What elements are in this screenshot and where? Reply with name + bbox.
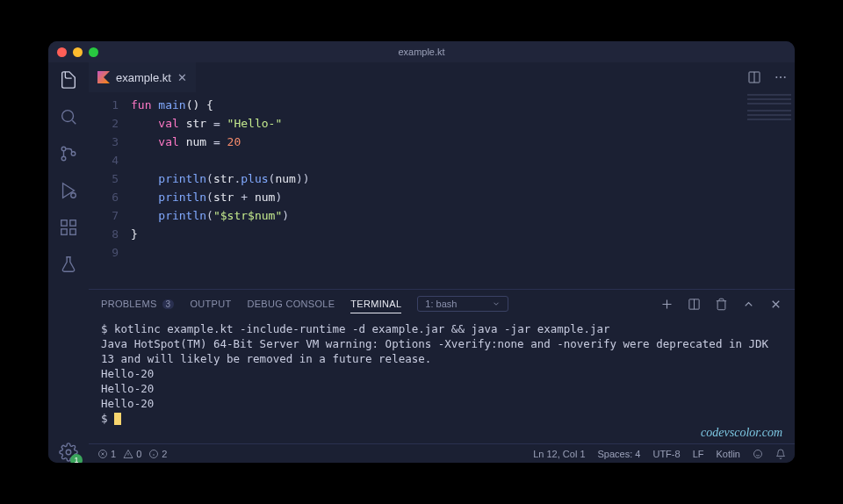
status-warnings[interactable]: 0 bbox=[123, 449, 141, 459]
svg-point-1 bbox=[61, 147, 66, 151]
status-encoding[interactable]: UTF-8 bbox=[652, 449, 680, 459]
panel-actions bbox=[660, 298, 782, 311]
terminal-selector[interactable]: 1: bash bbox=[417, 296, 508, 312]
code-line[interactable] bbox=[131, 243, 795, 262]
code-line[interactable]: } bbox=[131, 225, 795, 243]
tab-output[interactable]: OUTPUT bbox=[190, 299, 231, 309]
kotlin-file-icon bbox=[97, 71, 110, 83]
line-number-gutter: 123456789 bbox=[89, 96, 131, 289]
svg-point-17 bbox=[754, 450, 762, 457]
line-number: 5 bbox=[89, 169, 119, 188]
svg-rect-8 bbox=[70, 229, 76, 234]
line-number: 3 bbox=[89, 133, 119, 151]
svg-rect-7 bbox=[61, 229, 67, 234]
tabs-actions bbox=[747, 70, 788, 84]
status-eol[interactable]: LF bbox=[693, 449, 704, 459]
main-area: example.kt ✕ 123456789 fun main() { val … bbox=[89, 62, 795, 463]
status-info[interactable]: 2 bbox=[148, 449, 167, 459]
code-editor[interactable]: 123456789 fun main() { val str = "Hello-… bbox=[89, 92, 795, 289]
svg-point-3 bbox=[71, 152, 76, 156]
svg-rect-5 bbox=[61, 220, 67, 226]
minimize-window-button[interactable] bbox=[73, 47, 83, 57]
close-window-button[interactable] bbox=[57, 47, 67, 57]
line-number: 7 bbox=[89, 206, 119, 225]
tab-terminal[interactable]: TERMINAL bbox=[350, 299, 401, 313]
svg-point-2 bbox=[61, 156, 66, 161]
line-number: 6 bbox=[89, 188, 119, 206]
activity-bar: 1 bbox=[48, 62, 89, 463]
status-bar: 1 0 2 Ln 12, Col 1 Spaces: 4 UTF-8 LF Ko… bbox=[89, 443, 795, 463]
code-line[interactable]: println(str.plus(num)) bbox=[131, 169, 795, 188]
problems-count: 3 bbox=[162, 299, 175, 309]
code-content[interactable]: fun main() { val str = "Hello-" val num … bbox=[131, 96, 795, 289]
status-language[interactable]: Kotlin bbox=[716, 449, 740, 459]
code-line[interactable]: fun main() { bbox=[131, 96, 795, 114]
run-debug-icon[interactable] bbox=[58, 180, 79, 201]
line-number: 4 bbox=[89, 151, 119, 169]
status-cursor-pos[interactable]: Ln 12, Col 1 bbox=[533, 449, 585, 459]
line-number: 8 bbox=[89, 225, 119, 243]
code-line[interactable]: val str = "Hello-" bbox=[131, 114, 795, 133]
new-terminal-icon[interactable] bbox=[660, 298, 674, 311]
window-body: 1 example.kt ✕ 123456789 fun main() { va… bbox=[48, 62, 795, 463]
tab-problems[interactable]: PROBLEMS 3 bbox=[101, 299, 174, 309]
traffic-lights bbox=[57, 47, 98, 57]
svg-point-9 bbox=[66, 450, 71, 455]
panel-tabs: PROBLEMS 3 OUTPUT DEBUG CONSOLE TERMINAL… bbox=[89, 290, 795, 318]
source-control-icon[interactable] bbox=[58, 143, 79, 164]
svg-point-13 bbox=[784, 76, 786, 78]
search-icon[interactable] bbox=[58, 106, 79, 127]
explorer-icon[interactable] bbox=[58, 69, 79, 90]
code-line[interactable] bbox=[131, 151, 795, 169]
file-tab[interactable]: example.kt ✕ bbox=[89, 62, 196, 92]
notifications-icon[interactable] bbox=[775, 449, 786, 459]
svg-point-0 bbox=[62, 111, 74, 122]
feedback-icon[interactable] bbox=[753, 449, 763, 459]
svg-point-11 bbox=[775, 76, 777, 78]
testing-icon[interactable] bbox=[58, 254, 79, 275]
maximize-window-button[interactable] bbox=[89, 47, 98, 57]
svg-rect-6 bbox=[70, 220, 76, 226]
svg-point-4 bbox=[71, 193, 76, 198]
close-tab-icon[interactable]: ✕ bbox=[177, 71, 187, 84]
split-editor-icon[interactable] bbox=[747, 70, 761, 84]
code-line[interactable]: println("$str$num") bbox=[131, 206, 795, 225]
svg-point-12 bbox=[780, 76, 782, 78]
status-errors[interactable]: 1 bbox=[97, 449, 116, 459]
settings-badge: 1 bbox=[70, 454, 83, 463]
watermark: codevscolor.com bbox=[701, 425, 782, 440]
editor-tabs: example.kt ✕ bbox=[89, 62, 795, 92]
terminal-content[interactable]: $ kotlinc example.kt -include-runtime -d… bbox=[89, 318, 795, 443]
settings-gear-icon[interactable]: 1 bbox=[58, 442, 79, 463]
tab-debug-console[interactable]: DEBUG CONSOLE bbox=[247, 299, 335, 309]
split-terminal-icon[interactable] bbox=[688, 298, 701, 311]
line-number: 2 bbox=[89, 114, 119, 133]
titlebar[interactable]: example.kt bbox=[48, 41, 795, 62]
maximize-panel-icon[interactable] bbox=[742, 298, 755, 311]
code-line[interactable]: val num = 20 bbox=[131, 133, 795, 151]
extensions-icon[interactable] bbox=[58, 217, 79, 238]
code-line[interactable]: println(str + num) bbox=[131, 188, 795, 206]
window-title: example.kt bbox=[398, 47, 444, 57]
close-panel-icon[interactable] bbox=[769, 298, 782, 311]
terminal-cursor bbox=[114, 413, 121, 425]
status-indentation[interactable]: Spaces: 4 bbox=[598, 449, 641, 459]
minimap[interactable] bbox=[747, 94, 791, 129]
line-number: 9 bbox=[89, 243, 119, 262]
more-actions-icon[interactable] bbox=[774, 70, 788, 84]
bottom-panel: PROBLEMS 3 OUTPUT DEBUG CONSOLE TERMINAL… bbox=[89, 289, 795, 443]
chevron-down-icon bbox=[492, 299, 501, 308]
tab-filename: example.kt bbox=[116, 71, 171, 84]
vscode-window: example.kt 1 example.kt ✕ bbox=[48, 41, 795, 463]
kill-terminal-icon[interactable] bbox=[715, 298, 728, 311]
line-number: 1 bbox=[89, 96, 119, 114]
